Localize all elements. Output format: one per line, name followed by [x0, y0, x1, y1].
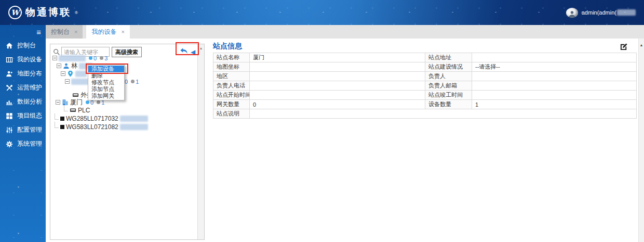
user-icon — [63, 62, 70, 69]
tab-console[interactable]: 控制台 × — [46, 25, 83, 39]
tree-node-root[interactable]: 0 3 — [52, 55, 108, 61]
collapse-node-icon[interactable] — [52, 56, 57, 60]
field-label: 地图坐标 — [213, 62, 250, 72]
context-menu-item-add-node[interactable]: 添加节点 — [88, 86, 124, 93]
tab-bar: 控制台 × 我的设备 × — [46, 25, 644, 39]
tree-branch-line — [64, 105, 68, 111]
field-label: 地区 — [213, 72, 250, 81]
tree-node-site[interactable] — [61, 70, 87, 77]
field-value-construction-status: --请选择-- — [472, 62, 637, 72]
chart-icon — [6, 98, 13, 106]
edit-icon[interactable] — [620, 42, 628, 51]
sidebar-item-system-mgmt[interactable]: 系统管理 < — [0, 137, 46, 151]
offline-dot-icon — [100, 56, 103, 60]
field-label: 网关数量 — [213, 100, 250, 109]
field-value-site-name: 厦门 — [250, 53, 425, 62]
table-row: 站点说明 — [213, 109, 637, 119]
hamburger-icon: ≡ — [36, 28, 41, 36]
tree-branch-line — [55, 113, 59, 120]
map-user-icon — [6, 70, 13, 78]
table-row: 网关数量 0 设备数量 1 — [213, 100, 637, 109]
table-row: 地区 负责人 — [213, 72, 637, 81]
undo-icon[interactable] — [179, 47, 189, 57]
advanced-search-button[interactable]: 高级搜索 — [112, 47, 142, 57]
field-value-region — [250, 72, 425, 81]
tree-node-label: WG583LL0721082 — [66, 123, 118, 131]
badge-value: 0 — [93, 55, 97, 61]
tree-branch-line — [55, 122, 59, 128]
tree-node-label: 厦门 — [70, 98, 83, 107]
field-label: 站点名称 — [213, 53, 250, 62]
field-label: 站点说明 — [213, 109, 250, 119]
brand-name: 物通博联 — [25, 6, 71, 19]
tab-label: 我的设备 — [91, 28, 116, 36]
field-label: 设备数量 — [425, 100, 472, 109]
field-value-owner-phone — [250, 81, 425, 91]
collapse-panel-icon[interactable]: ◀ — [191, 49, 195, 55]
collapse-node-icon[interactable] — [65, 79, 70, 84]
offline-dot-icon — [131, 80, 135, 83]
tree-scrollbar[interactable]: ▲ — [197, 44, 204, 239]
sidebar-item-my-devices[interactable]: 我的设备 — [0, 53, 46, 67]
field-value-map-coords — [250, 62, 425, 72]
tree-node-label: 林 — [71, 61, 77, 70]
field-value-owner-email — [472, 81, 637, 91]
sidebar-item-data-analysis[interactable]: 数据分析 < — [0, 95, 46, 109]
context-menu: 添加设备 删除 修改节点 添加节点 添加网关 — [88, 65, 125, 100]
online-dot-icon — [86, 100, 89, 104]
page-scrollbar[interactable]: ▲ — [638, 39, 644, 242]
user-menu[interactable]: admin(admin( — [566, 8, 636, 18]
field-value-device-count: 1 — [472, 100, 637, 109]
redacted-node-name — [75, 71, 87, 77]
redacted-node-name — [120, 116, 148, 122]
sidebar-item-config-mgmt[interactable]: 配置管理 < — [0, 123, 46, 137]
tree-node-gateway-1[interactable]: WG285LL0717032 — [55, 115, 148, 122]
context-menu-item-add-gateway[interactable]: 添加网关 — [88, 93, 124, 99]
sidebar-item-operations[interactable]: 运营维护 < — [0, 81, 46, 95]
collapse-node-icon[interactable] — [57, 63, 61, 68]
scroll-up-icon[interactable]: ▲ — [640, 43, 643, 47]
table-row: 站点开始时间 站点竣工时间 — [213, 91, 637, 100]
brand-logo-icon: W — [8, 6, 22, 19]
user-display-name: admin(admin( — [582, 9, 636, 16]
sidebar-item-project-config[interactable]: 项目组态 — [0, 109, 46, 123]
field-label: 负责人 — [425, 72, 472, 81]
registered-mark: ® — [75, 10, 78, 15]
tree-node-plc[interactable]: PLC — [64, 107, 90, 113]
tab-my-devices[interactable]: 我的设备 × — [86, 25, 129, 39]
home-icon — [6, 42, 13, 49]
close-icon[interactable]: × — [74, 29, 77, 35]
close-icon[interactable]: × — [121, 29, 124, 35]
online-dot-icon — [89, 56, 92, 60]
sidebar-item-label: 控制台 — [17, 41, 36, 50]
sidebar-item-map[interactable]: 地图分布 < — [0, 67, 46, 81]
sidebar-item-label: 我的设备 — [17, 55, 42, 64]
sidebar-nav: ≡ 控制台 我的设备 地图分布 < 运营维护 < 数据分析 < 项目组态 — [0, 25, 46, 242]
sidebar-item-console[interactable]: 控制台 — [0, 39, 46, 53]
field-label: 站点竣工时间 — [425, 91, 472, 100]
context-menu-item-edit-node[interactable]: 修改节点 — [88, 79, 124, 86]
sidebar-item-label: 配置管理 — [17, 125, 42, 134]
badge-value: 3 — [104, 55, 108, 61]
context-menu-item-delete[interactable]: 删除 — [88, 72, 124, 79]
gear-icon — [6, 141, 13, 148]
user-display-text: admin(admin( — [582, 9, 616, 16]
scroll-up-icon[interactable]: ▲ — [199, 46, 203, 50]
field-value-owner — [472, 72, 637, 81]
badge-value: 1 — [136, 79, 139, 85]
field-label: 站点开始时间 — [213, 91, 250, 100]
tree-node-user[interactable]: 林 — [57, 62, 92, 69]
collapse-node-icon[interactable] — [61, 71, 65, 76]
gateway-icon — [60, 117, 64, 121]
site-info-title: 站点信息 — [213, 42, 242, 51]
sidebar-collapse-button[interactable]: ≡ — [0, 25, 46, 39]
context-menu-item-add-device[interactable]: 添加设备 — [88, 66, 124, 72]
tree-node-gateway-2[interactable]: WG583LL0721082 — [55, 123, 148, 130]
field-label: 站点地址 — [425, 53, 472, 62]
offline-count-badge: 1 — [131, 79, 139, 85]
brand-logo: W 物通博联 ® — [8, 6, 78, 19]
offline-count-badge: 3 — [100, 55, 108, 61]
field-value-start-time — [250, 91, 425, 100]
tab-label: 控制台 — [51, 28, 70, 36]
collapse-node-icon[interactable] — [56, 100, 60, 105]
